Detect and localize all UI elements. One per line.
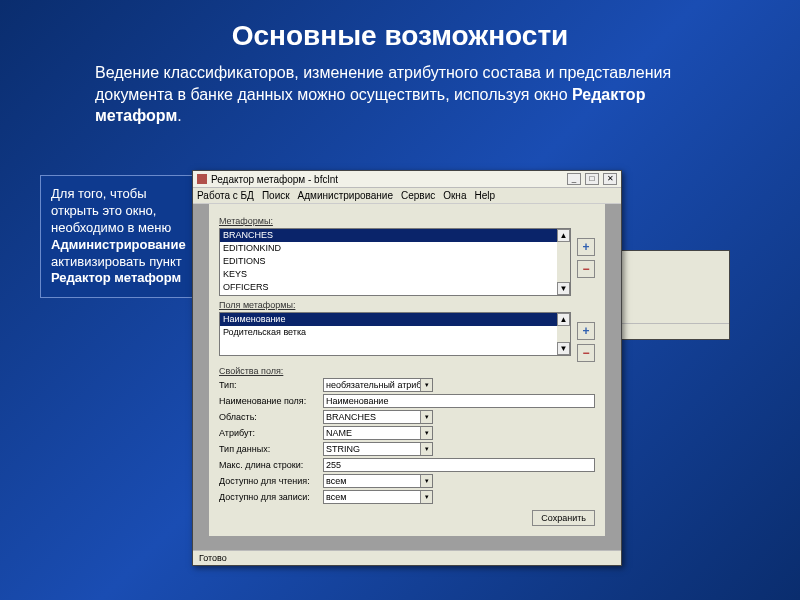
dtype-value: STRING: [326, 444, 360, 454]
fields-label: Поля метаформы:: [219, 300, 595, 310]
menu-search[interactable]: Поиск: [262, 190, 290, 201]
maximize-button[interactable]: □: [585, 173, 599, 185]
remove-field-button[interactable]: −: [577, 344, 595, 362]
save-button[interactable]: Сохранить: [532, 510, 595, 526]
metaforms-label: Метаформы:: [219, 216, 595, 226]
fields-listbox[interactable]: Наименование Родительская ветка ▲ ▼: [219, 312, 571, 356]
close-button[interactable]: ✕: [603, 173, 617, 185]
callout-bold2: Редактор метаформ: [51, 270, 181, 285]
write-label: Доступно для записи:: [219, 492, 319, 502]
domain-value: BRANCHES: [326, 412, 376, 422]
props-label: Свойства поля:: [219, 366, 595, 376]
callout-line1: Для того, чтобы открыть это окно, необхо…: [51, 186, 171, 235]
read-label: Доступно для чтения:: [219, 476, 319, 486]
scrollbar[interactable]: ▲ ▼: [557, 313, 570, 355]
list-item[interactable]: KEYS: [220, 268, 570, 281]
read-value: всем: [326, 476, 346, 486]
scroll-up-icon[interactable]: ▲: [557, 313, 570, 326]
metaform-editor-window: Редактор метаформ - bfclnt _ □ ✕ Работа …: [192, 170, 622, 566]
list-item[interactable]: OFFICERS: [220, 281, 570, 294]
form-panel: Метаформы: BRANCHES EDITIONKIND EDITIONS…: [209, 204, 605, 536]
scroll-down-icon[interactable]: ▼: [557, 342, 570, 355]
scroll-up-icon[interactable]: ▲: [557, 229, 570, 242]
list-item[interactable]: BRANCHES: [220, 229, 570, 242]
menu-windows[interactable]: Окна: [443, 190, 466, 201]
chevron-down-icon[interactable]: ▾: [420, 427, 432, 439]
domain-select[interactable]: BRANCHES▾: [323, 410, 433, 424]
chevron-down-icon[interactable]: ▾: [420, 379, 432, 391]
fieldname-input[interactable]: Наименование: [323, 394, 595, 408]
attr-select[interactable]: NAME▾: [323, 426, 433, 440]
intro-end: .: [177, 107, 181, 124]
callout-bold1: Администрирование: [51, 237, 186, 252]
list-item[interactable]: Наименование: [220, 313, 570, 326]
statusbar: Готово: [193, 550, 621, 565]
slide-intro: Ведение классификаторов, изменение атриб…: [95, 62, 675, 127]
list-item[interactable]: EDITIONKIND: [220, 242, 570, 255]
menu-service[interactable]: Сервис: [401, 190, 435, 201]
slide-title: Основные возможности: [0, 0, 800, 62]
scroll-down-icon[interactable]: ▼: [557, 282, 570, 295]
add-metaform-button[interactable]: +: [577, 238, 595, 256]
client-area: Метаформы: BRANCHES EDITIONKIND EDITIONS…: [193, 204, 621, 550]
attr-label: Атрибут:: [219, 428, 319, 438]
titlebar[interactable]: Редактор метаформ - bfclnt _ □ ✕: [193, 171, 621, 188]
scrollbar[interactable]: ▲ ▼: [557, 229, 570, 295]
metaforms-listbox[interactable]: BRANCHES EDITIONKIND EDITIONS KEYS OFFIC…: [219, 228, 571, 296]
callout-box: Для того, чтобы открыть это окно, необхо…: [40, 175, 195, 298]
menu-help[interactable]: Help: [474, 190, 495, 201]
write-select[interactable]: всем▾: [323, 490, 433, 504]
minimize-button[interactable]: _: [567, 173, 581, 185]
attr-value: NAME: [326, 428, 352, 438]
maxlen-label: Макс. длина строки:: [219, 460, 319, 470]
menu-db[interactable]: Работа с БД: [197, 190, 254, 201]
menu-admin[interactable]: Администрирование: [298, 190, 393, 201]
domain-label: Область:: [219, 412, 319, 422]
type-value: необязательный атрибут: [326, 380, 430, 390]
window-title: Редактор метаформ - bfclnt: [211, 174, 338, 185]
menubar: Работа с БД Поиск Администрирование Серв…: [193, 188, 621, 204]
list-item[interactable]: Родительская ветка: [220, 326, 570, 339]
add-field-button[interactable]: +: [577, 322, 595, 340]
callout-line2: активизировать пункт: [51, 254, 182, 269]
dtype-select[interactable]: STRING▾: [323, 442, 433, 456]
remove-metaform-button[interactable]: −: [577, 260, 595, 278]
read-select[interactable]: всем▾: [323, 474, 433, 488]
app-icon: [197, 174, 207, 184]
type-select[interactable]: необязательный атрибут▾: [323, 378, 433, 392]
list-item[interactable]: ORGANS: [220, 294, 570, 296]
write-value: всем: [326, 492, 346, 502]
list-item[interactable]: EDITIONS: [220, 255, 570, 268]
fieldname-label: Наименование поля:: [219, 396, 319, 406]
chevron-down-icon[interactable]: ▾: [420, 491, 432, 503]
type-label: Тип:: [219, 380, 319, 390]
maxlen-input[interactable]: 255: [323, 458, 595, 472]
chevron-down-icon[interactable]: ▾: [420, 475, 432, 487]
dtype-label: Тип данных:: [219, 444, 319, 454]
chevron-down-icon[interactable]: ▾: [420, 443, 432, 455]
chevron-down-icon[interactable]: ▾: [420, 411, 432, 423]
